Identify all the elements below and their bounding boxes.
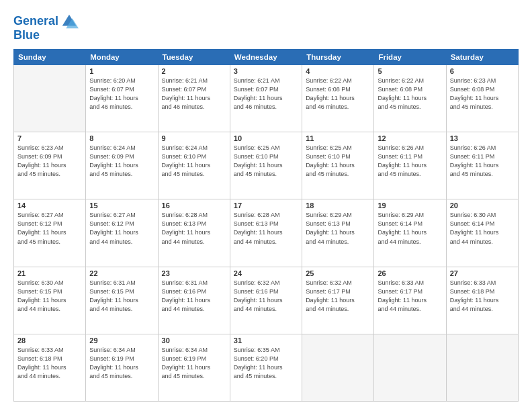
day-info: Sunrise: 6:34 AM Sunset: 6:19 PM Dayligh… xyxy=(89,346,154,381)
day-info: Sunrise: 6:31 AM Sunset: 6:15 PM Dayligh… xyxy=(89,279,154,314)
day-info: Sunrise: 6:22 AM Sunset: 6:08 PM Dayligh… xyxy=(306,77,370,111)
day-number: 27 xyxy=(450,269,515,277)
logo-icon xyxy=(60,12,79,31)
day-number: 10 xyxy=(234,134,298,142)
day-info: Sunrise: 6:29 AM Sunset: 6:14 PM Dayligh… xyxy=(378,211,442,246)
day-number: 22 xyxy=(89,269,154,277)
calendar-cell: 17Sunrise: 6:28 AM Sunset: 6:13 PM Dayli… xyxy=(230,199,302,267)
day-number: 19 xyxy=(378,201,442,210)
day-number: 25 xyxy=(306,269,370,277)
calendar-cell xyxy=(302,334,374,401)
day-number: 3 xyxy=(234,67,298,75)
logo-text: General xyxy=(13,15,58,28)
day-number: 2 xyxy=(162,67,226,75)
calendar-cell: 11Sunrise: 6:25 AM Sunset: 6:10 PM Dayli… xyxy=(302,132,374,199)
weekday-header-row: SundayMondayTuesdayWednesdayThursdayFrid… xyxy=(14,50,519,65)
day-number: 18 xyxy=(306,201,370,210)
week-row-1: 1Sunrise: 6:20 AM Sunset: 6:07 PM Daylig… xyxy=(14,65,519,132)
day-number: 17 xyxy=(234,201,298,210)
calendar-cell: 19Sunrise: 6:29 AM Sunset: 6:14 PM Dayli… xyxy=(374,199,446,267)
day-number: 7 xyxy=(17,134,82,142)
calendar-cell: 21Sunrise: 6:30 AM Sunset: 6:15 PM Dayli… xyxy=(14,267,86,334)
day-info: Sunrise: 6:21 AM Sunset: 6:07 PM Dayligh… xyxy=(234,77,298,111)
calendar-cell: 10Sunrise: 6:25 AM Sunset: 6:10 PM Dayli… xyxy=(230,132,302,199)
calendar-cell: 12Sunrise: 6:26 AM Sunset: 6:11 PM Dayli… xyxy=(374,132,446,199)
calendar-cell: 27Sunrise: 6:33 AM Sunset: 6:18 PM Dayli… xyxy=(446,267,518,334)
logo: General Blue xyxy=(13,12,79,42)
day-info: Sunrise: 6:24 AM Sunset: 6:09 PM Dayligh… xyxy=(89,144,154,179)
calendar-cell xyxy=(374,334,446,401)
day-info: Sunrise: 6:26 AM Sunset: 6:11 PM Dayligh… xyxy=(450,144,515,179)
calendar-cell: 22Sunrise: 6:31 AM Sunset: 6:15 PM Dayli… xyxy=(86,267,158,334)
calendar-cell: 18Sunrise: 6:29 AM Sunset: 6:13 PM Dayli… xyxy=(302,199,374,267)
day-number: 26 xyxy=(378,269,442,277)
day-number: 24 xyxy=(234,269,298,277)
day-number: 30 xyxy=(162,336,226,345)
day-number: 6 xyxy=(450,67,515,75)
day-info: Sunrise: 6:26 AM Sunset: 6:11 PM Dayligh… xyxy=(378,144,442,179)
weekday-header-sunday: Sunday xyxy=(14,50,86,65)
day-number: 14 xyxy=(17,201,82,210)
week-row-3: 14Sunrise: 6:27 AM Sunset: 6:12 PM Dayli… xyxy=(14,199,519,267)
day-info: Sunrise: 6:23 AM Sunset: 6:08 PM Dayligh… xyxy=(450,77,515,111)
day-number: 28 xyxy=(17,336,82,345)
calendar-cell: 14Sunrise: 6:27 AM Sunset: 6:12 PM Dayli… xyxy=(14,199,86,267)
calendar-cell: 23Sunrise: 6:31 AM Sunset: 6:16 PM Dayli… xyxy=(158,267,230,334)
page: General Blue SundayMondayTuesdayWednesda… xyxy=(0,0,532,411)
calendar-cell xyxy=(446,334,518,401)
day-info: Sunrise: 6:34 AM Sunset: 6:19 PM Dayligh… xyxy=(162,346,226,381)
calendar-cell: 29Sunrise: 6:34 AM Sunset: 6:19 PM Dayli… xyxy=(86,334,158,401)
calendar-cell: 30Sunrise: 6:34 AM Sunset: 6:19 PM Dayli… xyxy=(158,334,230,401)
calendar-cell: 8Sunrise: 6:24 AM Sunset: 6:09 PM Daylig… xyxy=(86,132,158,199)
day-info: Sunrise: 6:31 AM Sunset: 6:16 PM Dayligh… xyxy=(162,279,226,314)
day-number: 9 xyxy=(162,134,226,142)
day-info: Sunrise: 6:28 AM Sunset: 6:13 PM Dayligh… xyxy=(234,211,298,246)
calendar-cell: 7Sunrise: 6:23 AM Sunset: 6:09 PM Daylig… xyxy=(14,132,86,199)
calendar-cell: 26Sunrise: 6:33 AM Sunset: 6:17 PM Dayli… xyxy=(374,267,446,334)
calendar-cell: 3Sunrise: 6:21 AM Sunset: 6:07 PM Daylig… xyxy=(230,65,302,132)
week-row-4: 21Sunrise: 6:30 AM Sunset: 6:15 PM Dayli… xyxy=(14,267,519,334)
day-number: 13 xyxy=(450,134,515,142)
day-info: Sunrise: 6:30 AM Sunset: 6:15 PM Dayligh… xyxy=(17,279,82,314)
day-info: Sunrise: 6:22 AM Sunset: 6:08 PM Dayligh… xyxy=(378,77,442,111)
weekday-header-saturday: Saturday xyxy=(446,50,518,65)
day-info: Sunrise: 6:27 AM Sunset: 6:12 PM Dayligh… xyxy=(89,211,154,246)
weekday-header-wednesday: Wednesday xyxy=(230,50,302,65)
weekday-header-friday: Friday xyxy=(374,50,446,65)
day-number: 23 xyxy=(162,269,226,277)
calendar-cell: 9Sunrise: 6:24 AM Sunset: 6:10 PM Daylig… xyxy=(158,132,230,199)
day-number: 4 xyxy=(306,67,370,75)
day-info: Sunrise: 6:33 AM Sunset: 6:18 PM Dayligh… xyxy=(450,279,515,314)
day-info: Sunrise: 6:25 AM Sunset: 6:10 PM Dayligh… xyxy=(234,144,298,179)
day-info: Sunrise: 6:35 AM Sunset: 6:20 PM Dayligh… xyxy=(234,346,298,381)
calendar-cell xyxy=(14,65,86,132)
day-number: 21 xyxy=(17,269,82,277)
day-info: Sunrise: 6:33 AM Sunset: 6:18 PM Dayligh… xyxy=(17,346,82,381)
day-number: 20 xyxy=(450,201,515,210)
calendar-cell: 25Sunrise: 6:32 AM Sunset: 6:17 PM Dayli… xyxy=(302,267,374,334)
calendar-cell: 1Sunrise: 6:20 AM Sunset: 6:07 PM Daylig… xyxy=(86,65,158,132)
day-info: Sunrise: 6:32 AM Sunset: 6:17 PM Dayligh… xyxy=(306,279,370,314)
weekday-header-thursday: Thursday xyxy=(302,50,374,65)
weekday-header-tuesday: Tuesday xyxy=(158,50,230,65)
calendar-cell: 20Sunrise: 6:30 AM Sunset: 6:14 PM Dayli… xyxy=(446,199,518,267)
week-row-5: 28Sunrise: 6:33 AM Sunset: 6:18 PM Dayli… xyxy=(14,334,519,401)
day-info: Sunrise: 6:30 AM Sunset: 6:14 PM Dayligh… xyxy=(450,211,515,246)
calendar-cell: 24Sunrise: 6:32 AM Sunset: 6:16 PM Dayli… xyxy=(230,267,302,334)
day-number: 1 xyxy=(89,67,154,75)
calendar-cell: 15Sunrise: 6:27 AM Sunset: 6:12 PM Dayli… xyxy=(86,199,158,267)
day-info: Sunrise: 6:33 AM Sunset: 6:17 PM Dayligh… xyxy=(378,279,442,314)
weekday-header-monday: Monday xyxy=(86,50,158,65)
day-number: 11 xyxy=(306,134,370,142)
day-info: Sunrise: 6:29 AM Sunset: 6:13 PM Dayligh… xyxy=(306,211,370,246)
day-number: 29 xyxy=(89,336,154,345)
day-info: Sunrise: 6:28 AM Sunset: 6:13 PM Dayligh… xyxy=(162,211,226,246)
calendar-cell: 28Sunrise: 6:33 AM Sunset: 6:18 PM Dayli… xyxy=(14,334,86,401)
day-info: Sunrise: 6:27 AM Sunset: 6:12 PM Dayligh… xyxy=(17,211,82,246)
calendar-table: SundayMondayTuesdayWednesdayThursdayFrid… xyxy=(13,49,519,402)
day-info: Sunrise: 6:25 AM Sunset: 6:10 PM Dayligh… xyxy=(306,144,370,179)
day-info: Sunrise: 6:23 AM Sunset: 6:09 PM Dayligh… xyxy=(17,144,82,179)
calendar-cell: 31Sunrise: 6:35 AM Sunset: 6:20 PM Dayli… xyxy=(230,334,302,401)
day-number: 8 xyxy=(89,134,154,142)
day-number: 16 xyxy=(162,201,226,210)
